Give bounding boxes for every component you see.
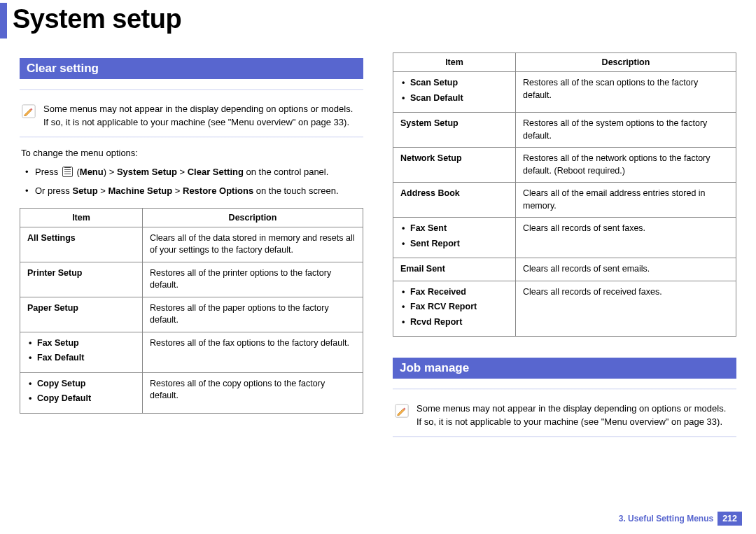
list-item: Scan Setup (400, 77, 508, 90)
right-table: Item Description Scan SetupScan DefaultR… (393, 52, 736, 337)
menu-icon (62, 167, 73, 177)
note-box: Some menus may not appear in the display… (393, 398, 736, 433)
note-box: Some menus may not appear in the display… (20, 99, 363, 134)
list-item: Rcvd Report (400, 316, 508, 329)
list-item: Scan Default (400, 92, 508, 105)
page-footer: 3. Useful Setting Menus 212 (619, 512, 742, 526)
col-header-item: Item (393, 53, 516, 72)
two-column-layout: Clear setting Some menus may not appear … (0, 52, 756, 447)
footer-chapter: 3. Useful Setting Menus (619, 514, 713, 524)
list-item: Fax RCV Report (400, 301, 508, 314)
section-heading-job-manage: Job manage (393, 358, 736, 379)
item-cell: Paper Setup (20, 297, 143, 332)
table-row: System SetupRestores all of the system o… (393, 113, 736, 148)
item-cell: Fax SentSent Report (393, 218, 516, 258)
item-cell: Network Setup (393, 148, 516, 183)
pencil-note-icon (394, 402, 410, 423)
item-cell: Fax ReceivedFax RCV ReportRcvd Report (393, 281, 516, 337)
left-table: Item Description All SettingsClears all … (20, 208, 363, 414)
desc-cell: Clears all of the email address entries … (516, 183, 736, 218)
desc-cell: Clears all of the data stored in memory … (143, 227, 363, 262)
item-cell: All Settings (20, 227, 143, 262)
left-table-body: All SettingsClears all of the data store… (20, 227, 363, 413)
page-title: System setup (13, 4, 756, 34)
item-cell: System Setup (393, 113, 516, 148)
desc-cell: Restores all of the system options to th… (516, 113, 736, 148)
desc-cell: Restores all of the fax options to the f… (143, 332, 363, 372)
item-cell: Address Book (393, 183, 516, 218)
divider (393, 436, 736, 437)
col-header-desc: Description (516, 53, 736, 72)
footer-page-number: 212 (718, 512, 742, 526)
col-header-item: Item (20, 208, 143, 227)
desc-cell: Restores all of the paper options to the… (143, 297, 363, 332)
table-row: Address BookClears all of the email addr… (393, 183, 736, 218)
list-item: Copy Default (27, 393, 135, 405)
table-row: All SettingsClears all of the data store… (20, 227, 363, 262)
table-row: Fax SetupFax DefaultRestores all of the … (20, 332, 363, 372)
table-row: Email SentClears all records of sent ema… (393, 258, 736, 281)
list-item: Copy Setup (27, 378, 135, 391)
note-text: Some menus may not appear in the display… (43, 103, 360, 129)
intro-line: To change the menu options: (21, 148, 363, 158)
right-column: Item Description Scan SetupScan DefaultR… (393, 52, 736, 447)
divider (20, 136, 363, 138)
table-row: Network SetupRestores all of the network… (393, 148, 736, 183)
list-item: Fax Sent (400, 223, 508, 235)
list-item: Fax Default (27, 352, 135, 365)
col-header-desc: Description (143, 208, 363, 227)
section-heading-clear-setting: Clear setting (20, 58, 363, 79)
table-row: Fax SentSent ReportClears all records of… (393, 218, 736, 258)
divider (20, 89, 363, 90)
divider (393, 388, 736, 390)
table-row: Copy SetupCopy DefaultRestores all of th… (20, 372, 363, 413)
item-cell: Copy SetupCopy Default (20, 372, 143, 413)
step-2: Or press Setup > Machine Setup > Restore… (22, 184, 363, 198)
desc-cell: Restores all of the network options to t… (516, 148, 736, 183)
item-cell: Printer Setup (20, 262, 143, 297)
item-cell: Fax SetupFax Default (20, 332, 143, 372)
list-item: Fax Setup (27, 337, 135, 350)
table-row: Printer SetupRestores all of the printer… (20, 262, 363, 297)
steps-list: Press (Menu) > System Setup > Clear Sett… (22, 165, 363, 198)
table-row: Fax ReceivedFax RCV ReportRcvd ReportCle… (393, 281, 736, 337)
table-row: Scan SetupScan DefaultRestores all of th… (393, 72, 736, 113)
desc-cell: Restores all of the copy options to the … (143, 372, 363, 413)
right-table-body: Scan SetupScan DefaultRestores all of th… (393, 72, 736, 337)
pencil-note-icon (21, 103, 36, 123)
desc-cell: Clears all records of sent emails. (516, 258, 736, 281)
note-text: Some menus may not appear in the display… (416, 402, 734, 429)
desc-cell: Restores all of the scan options to the … (516, 72, 736, 113)
left-column: Clear setting Some menus may not appear … (20, 52, 363, 447)
list-item: Sent Report (400, 238, 508, 251)
desc-cell: Restores all of the printer options to t… (143, 262, 363, 297)
table-row: Paper SetupRestores all of the paper opt… (20, 297, 363, 332)
item-cell: Email Sent (393, 258, 516, 281)
step-1: Press (Menu) > System Setup > Clear Sett… (22, 165, 363, 179)
desc-cell: Clears all records of received faxes. (516, 281, 736, 337)
item-cell: Scan SetupScan Default (393, 72, 516, 113)
page-title-block: System setup (0, 3, 756, 38)
list-item: Fax Received (400, 286, 508, 299)
desc-cell: Clears all records of sent faxes. (516, 218, 736, 258)
